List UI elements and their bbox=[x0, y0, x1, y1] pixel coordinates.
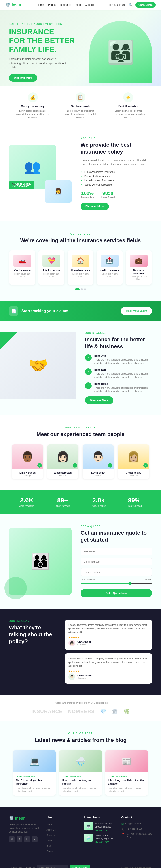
quote-image-bg: 👨‍👩‍👦 bbox=[9, 528, 72, 595]
quote-title: Get an insurance quote to get started bbox=[80, 529, 152, 543]
stat-policies-label: Policies Issued bbox=[91, 505, 106, 507]
twitter-icon[interactable]: 𝕏 bbox=[9, 836, 15, 842]
nav-pages[interactable]: Pages bbox=[48, 3, 56, 6]
hero-content: SOLUTIONS FOR YOUR EVERYTHING INSURANCE … bbox=[9, 23, 80, 82]
why-content: OUR REASONS Insurance for the better lif… bbox=[76, 332, 161, 404]
team-title: Meet our experienced team people bbox=[9, 431, 152, 438]
why-label: OUR REASONS bbox=[85, 332, 152, 334]
navbar: 🛡️ Insur. Home Pages Insurance Blog Cont… bbox=[0, 0, 161, 10]
hero-cta-button[interactable]: Discover More bbox=[9, 74, 37, 82]
footer-links: Home About Us Services Team Blog Contact bbox=[47, 822, 77, 853]
about-list-item: Scope without accept fee bbox=[80, 183, 152, 187]
youtube-icon[interactable]: ▶ bbox=[32, 836, 37, 842]
why-item-3-title: Item Three bbox=[95, 382, 152, 385]
team-role-3: Advisor bbox=[84, 474, 112, 477]
partner-4: 🏛️ bbox=[112, 709, 118, 714]
partner-3: 💎 bbox=[100, 709, 106, 714]
blog-post-1[interactable]: 💻 BLOG • INSURANCE The 8 best things abo… bbox=[13, 750, 56, 796]
stat-apps-num: 2.6K bbox=[19, 497, 34, 504]
team-member-4[interactable]: 👩🏼 + Christine ave Consultant bbox=[118, 444, 149, 479]
search-icon[interactable]: 🔍 bbox=[129, 3, 133, 7]
team-member-3[interactable]: 👨🏻 + Kevin smith Advisor bbox=[82, 444, 114, 479]
nav-blog[interactable]: Blog bbox=[75, 3, 81, 6]
service-business[interactable]: 💼 Business Insurance Lorem ipsum nam lib… bbox=[126, 250, 152, 285]
footer-news-col: Latest News 💻 The 8 best things about In… bbox=[84, 816, 115, 855]
service-business-name: Business Insurance bbox=[128, 269, 149, 274]
blog-post-2[interactable]: 🌧️ BLOG • INSURANCE How to make contrary… bbox=[59, 750, 102, 796]
service-car[interactable]: 🚗 Car Insurance Lorem ipsum nam libero bbox=[9, 250, 35, 285]
why-item-1: ✓ Item One There are many variations of … bbox=[85, 354, 152, 365]
service-health[interactable]: 🏥 Health Insurance Lorem ipsum nam liber… bbox=[97, 250, 123, 285]
quote-name-input[interactable] bbox=[80, 548, 152, 555]
nav-insurance[interactable]: Insurance bbox=[60, 3, 72, 6]
newsletter-input[interactable] bbox=[37, 865, 68, 868]
footer-link-services[interactable]: Services bbox=[47, 834, 55, 837]
team-avatar-1: 👨🏾 bbox=[21, 451, 34, 463]
coverage-range[interactable] bbox=[80, 582, 152, 585]
why-item-2-desc: There are many variations of passages of… bbox=[95, 372, 152, 379]
blog-label: OUR BLOG POST bbox=[9, 732, 152, 735]
team-member-1[interactable]: 👨🏾 + Mike Hardson Manager bbox=[12, 444, 43, 479]
footer-news-1[interactable]: 💻 The 8 best things about Insurance Marc… bbox=[84, 822, 115, 831]
blog-post-title-3: It is a long established fact that a rea… bbox=[108, 779, 145, 786]
brand-name: Insur. bbox=[11, 3, 22, 7]
facebook-icon[interactable]: f bbox=[17, 836, 22, 842]
hero-title: INSURANCE FOR THE BETTER FAMILY LIFE. bbox=[9, 27, 80, 54]
footer-link-contact[interactable]: Contact bbox=[47, 850, 54, 852]
services-section: OUR SERVICE We're covering all the insur… bbox=[0, 221, 161, 301]
home-insurance-icon: 🏠 bbox=[72, 254, 89, 267]
stat-apps: 2.6K Apps Available bbox=[19, 497, 34, 507]
about-stats: 100% Success Rate 9850 Cases Solved bbox=[80, 190, 152, 199]
car-insurance-icon: 🚗 bbox=[14, 254, 31, 267]
footer-link-blog[interactable]: Blog bbox=[47, 845, 51, 847]
dot-1[interactable] bbox=[75, 288, 80, 290]
nav-home[interactable]: Home bbox=[37, 3, 44, 6]
feature-fast-reliable: ⚡ Fast & reliable Lorem ipsum dolor sit … bbox=[109, 92, 147, 119]
dot-2[interactable] bbox=[81, 288, 83, 290]
logo-icon: 🛡️ bbox=[5, 2, 10, 7]
nav-logo[interactable]: 🛡️ Insur. bbox=[5, 2, 22, 7]
cta-banner-button[interactable]: Track Your Claim bbox=[120, 307, 152, 315]
testimonial-2-avatar: 👨🏻 bbox=[69, 673, 75, 680]
footer-link-home[interactable]: Home bbox=[47, 823, 53, 826]
footer-link-team[interactable]: Team bbox=[47, 839, 52, 842]
newsletter-button[interactable]: Subscribe Now bbox=[70, 865, 90, 868]
footer-news-2[interactable]: 🌧️ How to make contrary to popular March… bbox=[84, 834, 115, 843]
why-section: 🤝 OUR REASONS Insurance for the better l… bbox=[0, 320, 161, 415]
nav-cta-button[interactable]: Open Quote bbox=[135, 2, 156, 8]
about-label: ABOUT US bbox=[80, 137, 152, 140]
blog-post-3[interactable]: 📰 BLOG • INSURANCE It is a long establis… bbox=[105, 750, 148, 796]
cta-left: 📄 Start tracking your claims bbox=[9, 306, 68, 316]
testimonial-1-stars: ★★★★★ bbox=[69, 636, 149, 639]
team-member-2[interactable]: 👩🏻 + Aleesha brown Director bbox=[47, 444, 79, 479]
quote-phone-input[interactable] bbox=[80, 568, 152, 576]
about-content: ABOUT US We provide the best insurance p… bbox=[80, 137, 152, 210]
form-row-email bbox=[80, 558, 152, 565]
quote-submit-button[interactable]: Get a Quote Now bbox=[80, 589, 152, 597]
team-name-3: Kevin smith bbox=[84, 471, 112, 474]
footer-news-img-2: 🌧️ bbox=[84, 834, 93, 842]
service-life[interactable]: 💝 Life Insurance Lorem ipsum nam libero bbox=[38, 250, 64, 285]
quote-label: GET A QUOTE bbox=[80, 525, 152, 528]
why-item-2: ✓ Item Two There are many variations of … bbox=[85, 368, 152, 379]
testimonials-left: OUR INSURANCE What they're talking about… bbox=[9, 620, 58, 684]
blog-meta-3: BLOG • INSURANCE bbox=[108, 775, 145, 777]
linkedin-icon[interactable]: in bbox=[24, 836, 30, 842]
dot-3[interactable] bbox=[84, 288, 86, 290]
nav-contact[interactable]: Contact bbox=[85, 3, 94, 6]
blog-section: OUR BLOG POST Latest news & articles fro… bbox=[0, 721, 161, 807]
blog-excerpt-1: Lorem ipsum dolor sit amet consectetur a… bbox=[16, 787, 53, 793]
why-icon-1: ✓ bbox=[85, 354, 92, 361]
feature-2-title: Get free quote bbox=[71, 104, 90, 108]
footer-email-text: info@insur.com.au bbox=[126, 822, 144, 825]
footer-contact-col: Contact ✉ info@insur.com.au 📞 +1 (555) 4… bbox=[122, 816, 152, 855]
service-home[interactable]: 🏠 Home Insurance Lorem ipsum nam libero bbox=[68, 250, 93, 285]
footer-social: 𝕏 f in ▶ bbox=[9, 836, 40, 842]
fast-reliable-icon: ⚡ bbox=[123, 92, 133, 102]
about-cta-button[interactable]: Discover More bbox=[80, 203, 109, 210]
quote-email-input[interactable] bbox=[80, 558, 152, 565]
why-cta-button[interactable]: Discover More bbox=[85, 397, 113, 404]
footer-copyright: © 2022 Insur. All Rights Reserved. bbox=[122, 866, 152, 868]
nav-right: +1 (555) 48-095 🔍 Open Quote bbox=[108, 2, 156, 8]
footer-link-about[interactable]: About Us bbox=[47, 829, 56, 831]
